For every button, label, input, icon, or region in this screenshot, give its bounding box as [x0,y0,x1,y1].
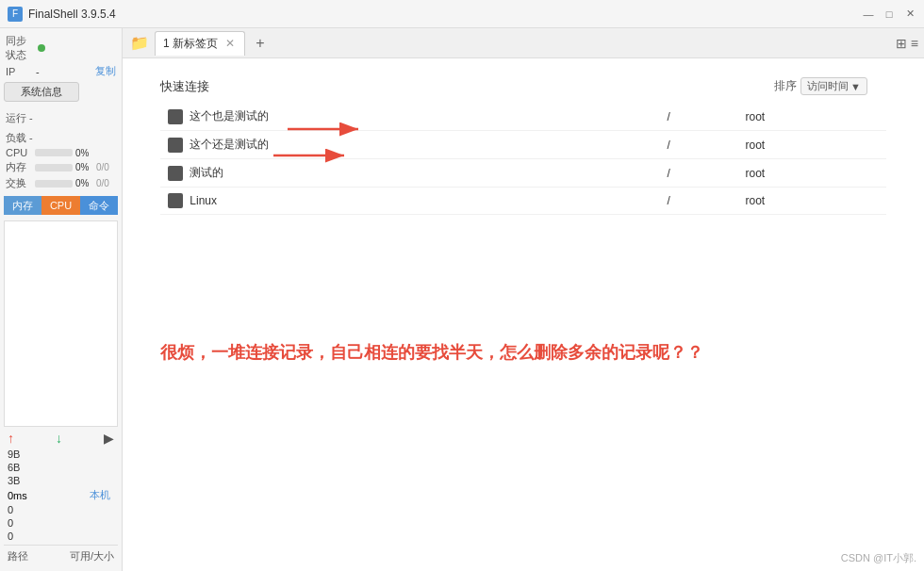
ip-value: - [36,66,95,77]
latency-row: 0ms 本机 [4,487,118,503]
list-view-icon[interactable]: ≡ [911,36,918,51]
conn-name-cell: 测试的 [160,159,659,188]
table-row[interactable]: Linux / root [160,188,886,215]
close-button[interactable]: ✕ [903,8,916,21]
quick-connect-area: 快速连接 排序 访问时间 ▼ 这个也是测试的 [123,58,924,571]
conn-name-1: 这个也是测试的 [190,109,269,122]
count3: 0 [8,530,13,542]
tab-add-button[interactable]: + [249,32,272,55]
arrows-row: ↑ ↓ ▶ [4,429,118,448]
sync-label: 同步状态 [6,34,36,62]
system-info-button[interactable]: 系统信息 [4,82,79,102]
running-label: 运行 - [4,111,118,125]
transfer-9b-row: 9B [4,448,118,461]
sidebar-bottom-row: 路径 可用/大小 [4,547,118,565]
minimize-button[interactable]: — [862,8,875,21]
titlebar-title: FinalShell 3.9.5.4 [28,8,116,21]
tab-memory-button[interactable]: 内存 [4,196,41,215]
memory-value: 0% [75,162,94,172]
upload-arrow-icon: ↑ [8,431,14,446]
tab-cmd-button[interactable]: 命令 [80,196,118,215]
sidebar-tab-buttons: 内存 CPU 命令 [4,196,118,215]
conn-name-cell: 这个也是测试的 [160,103,659,131]
conn-name-cell: 这个还是测试的 [160,131,659,159]
conn-icon-2 [168,138,183,153]
sort-value: 访问时间 [807,79,849,93]
available-label: 可用/大小 [70,549,114,563]
conn-user-3: root [738,159,887,188]
sort-label: 排序 [774,78,797,94]
transfer-6b: 6B [8,462,20,473]
tab-bar: 📁 1 新标签页 ✕ + ⊞ ≡ [123,28,924,58]
conn-path-3: / [659,159,737,188]
memory-label: 内存 [6,160,32,174]
ip-row: IP - 复制 [4,64,118,78]
swap-metric-row: 交换 0% 0/0 [4,176,118,190]
ip-label: IP [6,66,36,77]
content-area: 📁 1 新标签页 ✕ + ⊞ ≡ 快速连接 排序 访问时间 ▼ [123,28,924,571]
cpu-value: 0% [75,148,94,158]
transfer-6b-row: 6B [4,461,118,474]
tab-cpu-button[interactable]: CPU [41,196,79,215]
count2: 0 [8,517,13,529]
titlebar: F FinalShell 3.9.5.4 — □ ✕ [0,0,924,28]
count1: 0 [8,504,13,515]
sidebar: 同步状态 IP - 复制 系统信息 运行 - 负载 - CPU 0% 内存 [0,28,123,571]
conn-name-2: 这个还是测试的 [190,138,269,151]
tab-close-1[interactable]: ✕ [223,37,237,50]
watermark: CSDN @IT小郭. [841,551,916,565]
conn-user-4: root [738,188,887,215]
main-layout: 同步状态 IP - 复制 系统信息 运行 - 负载 - CPU 0% 内存 [0,28,924,571]
conn-user-2: root [738,131,887,159]
sync-dot [38,44,45,52]
conn-icon-4 [168,193,183,208]
titlebar-left: F FinalShell 3.9.5.4 [8,7,116,22]
swap-bar-bg [35,180,73,188]
table-row[interactable]: 这个也是测试的 / root [160,103,886,131]
annotation-text: 很烦，一堆连接记录，自己相连的要找半天，怎么删除多余的记录呢？？ [160,341,896,365]
qc-title: 快速连接 [160,78,209,95]
cpu-label: CPU [6,147,32,158]
grid-view-icon[interactable]: ⊞ [896,36,907,51]
swap-secondary: 0/0 [96,178,109,188]
cpu-bar-bg [35,149,73,156]
transfer-3b-row: 3B [4,474,118,487]
titlebar-controls: — □ ✕ [862,8,916,21]
conn-path-2: / [659,131,737,159]
tab-bar-right: ⊞ ≡ [896,36,918,51]
sort-chevron-icon: ▼ [850,81,861,92]
memory-bar-bg [35,164,73,171]
copy-button[interactable]: 复制 [95,64,116,78]
count3-row: 0 [4,530,118,543]
memory-secondary: 0/0 [96,162,109,172]
count1-row: 0 [4,503,118,516]
conn-name-4: Linux [190,194,217,207]
qc-sort: 排序 访问时间 ▼ [774,77,867,95]
maximize-button[interactable]: □ [883,8,896,21]
latency-value: 0ms [8,490,27,501]
conn-path-4: / [659,188,737,215]
app-icon: F [8,7,23,22]
conn-icon-1 [168,109,183,124]
conn-name-cell: Linux [160,188,659,215]
conn-user-1: root [738,103,887,131]
tab-label-1: 1 新标签页 [163,36,218,52]
transfer-9b: 9B [8,449,20,460]
local-label: 本机 [90,488,114,502]
transfer-3b: 3B [8,475,20,486]
qc-header: 快速连接 排序 访问时间 ▼ [160,77,886,95]
sync-status-row: 同步状态 [4,34,118,62]
swap-label: 交换 [6,176,32,190]
tab-item-1[interactable]: 1 新标签页 ✕ [155,31,245,56]
folder-icon[interactable]: 📁 [128,32,151,55]
memory-metric-row: 内存 0% 0/0 [4,160,118,174]
conn-name-3: 测试的 [190,166,223,179]
annotation-arrow-2 [269,141,354,172]
mini-chart [4,220,118,427]
cpu-metric-row: CPU 0% [4,147,118,158]
swap-value: 0% [75,178,94,188]
expand-arrow-icon[interactable]: ▶ [104,431,114,446]
path-label: 路径 [8,549,28,563]
sort-dropdown-button[interactable]: 访问时间 ▼ [800,77,867,95]
load-label: 负载 - [4,131,118,145]
